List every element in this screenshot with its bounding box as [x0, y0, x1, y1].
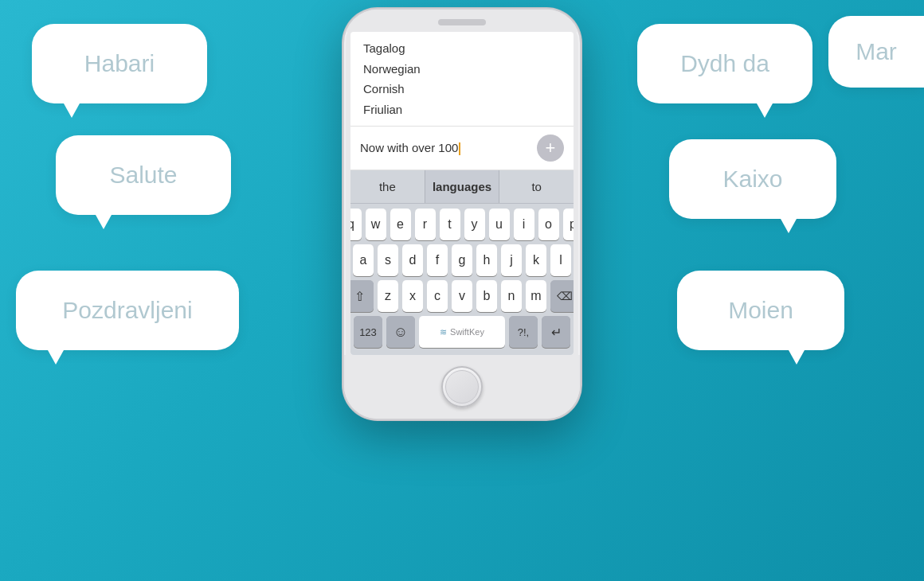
- key-r[interactable]: r: [415, 209, 436, 240]
- numbers-key[interactable]: 123: [354, 316, 382, 348]
- bubble-moien-text: Moien: [728, 297, 793, 324]
- home-button[interactable]: [441, 366, 483, 407]
- lang-norwegian: Norwegian: [363, 59, 561, 80]
- lang-tagalog: Tagalog: [363, 38, 561, 59]
- key-d[interactable]: d: [402, 244, 423, 276]
- key-l[interactable]: l: [550, 244, 571, 276]
- bubble-salute-text: Salute: [109, 162, 177, 189]
- phone-wrapper: Tagalog Norwegian Cornish Friulian Now w…: [335, 0, 589, 581]
- key-w[interactable]: w: [366, 209, 386, 240]
- input-value: Now with over 100: [360, 141, 458, 154]
- keyboard-row-3: ⇧ z x c v b n m ⌫: [354, 280, 570, 312]
- keyboard-row-1: q w e r t y u i o p: [354, 209, 570, 240]
- key-k[interactable]: k: [526, 244, 546, 276]
- key-s[interactable]: s: [378, 244, 398, 276]
- key-h[interactable]: h: [476, 244, 497, 276]
- keyboard-row-4: 123 ☺ ≋ SwiftKey ?!, ↵: [354, 316, 570, 348]
- phone-speaker: [438, 19, 486, 25]
- phone-screen: Tagalog Norwegian Cornish Friulian Now w…: [350, 32, 574, 355]
- input-field[interactable]: Now with over 100: [360, 141, 529, 155]
- key-x[interactable]: x: [402, 280, 423, 312]
- lang-cornish: Cornish: [363, 79, 561, 99]
- phone-bottom: [344, 355, 580, 419]
- key-a[interactable]: a: [353, 244, 374, 276]
- key-t[interactable]: t: [440, 209, 460, 240]
- space-key[interactable]: ≋ SwiftKey: [419, 316, 505, 348]
- bubble-dydh-da: Dydh da: [637, 24, 812, 103]
- phone-top-bar: [344, 10, 580, 32]
- lang-friulian: Friulian: [363, 99, 561, 120]
- bubble-moien: Moien: [677, 271, 844, 350]
- autocomplete-bar: the languages to: [350, 170, 574, 204]
- key-m[interactable]: m: [526, 280, 546, 312]
- key-n[interactable]: n: [501, 280, 522, 312]
- autocomplete-center[interactable]: languages: [425, 170, 500, 203]
- home-button-inner: [445, 370, 479, 404]
- text-cursor: [459, 142, 460, 155]
- bubble-mar-text: Mar: [855, 38, 897, 65]
- language-list: Tagalog Norwegian Cornish Friulian: [350, 32, 574, 127]
- swiftkey-logo-icon: ≋: [440, 327, 447, 337]
- key-z[interactable]: z: [378, 280, 398, 312]
- autocomplete-left[interactable]: the: [350, 170, 425, 203]
- bubble-habari-text: Habari: [84, 50, 155, 77]
- key-c[interactable]: c: [427, 280, 448, 312]
- space-brand-label: ≋ SwiftKey: [440, 327, 484, 337]
- input-area[interactable]: Now with over 100 +: [350, 127, 574, 170]
- backspace-key[interactable]: ⌫: [550, 280, 574, 312]
- space-brand-text: SwiftKey: [450, 327, 484, 337]
- key-g[interactable]: g: [452, 244, 472, 276]
- keyboard-row-2: a s d f g h j k l: [354, 244, 570, 276]
- key-j[interactable]: j: [501, 244, 522, 276]
- key-b[interactable]: b: [476, 280, 497, 312]
- emoji-key[interactable]: ☺: [386, 316, 415, 348]
- bubble-dydh-text: Dydh da: [680, 50, 769, 77]
- add-button[interactable]: +: [537, 135, 564, 162]
- punctuation-key[interactable]: ?!,: [509, 316, 538, 348]
- autocomplete-right[interactable]: to: [499, 170, 574, 203]
- bubble-habari: Habari: [32, 24, 207, 103]
- key-y[interactable]: y: [464, 209, 485, 240]
- bubble-pozdravljeni-text: Pozdravljeni: [62, 297, 192, 324]
- bubble-pozdravljeni: Pozdravljeni: [16, 271, 239, 350]
- keyboard: q w e r t y u i o p a s d f g: [350, 204, 574, 355]
- key-v[interactable]: v: [452, 280, 472, 312]
- key-i[interactable]: i: [514, 209, 534, 240]
- key-e[interactable]: e: [390, 209, 411, 240]
- key-p[interactable]: p: [563, 209, 574, 240]
- key-o[interactable]: o: [538, 209, 559, 240]
- bubble-mar: Mar: [828, 16, 924, 88]
- key-f[interactable]: f: [427, 244, 448, 276]
- phone-frame: Tagalog Norwegian Cornish Friulian Now w…: [343, 8, 581, 420]
- key-q[interactable]: q: [350, 209, 362, 240]
- bubble-salute: Salute: [56, 135, 231, 215]
- bubble-kaixo-text: Kaixo: [722, 166, 782, 193]
- return-key[interactable]: ↵: [542, 316, 570, 348]
- shift-key[interactable]: ⇧: [350, 280, 374, 312]
- key-u[interactable]: u: [489, 209, 510, 240]
- bubble-kaixo: Kaixo: [669, 139, 836, 219]
